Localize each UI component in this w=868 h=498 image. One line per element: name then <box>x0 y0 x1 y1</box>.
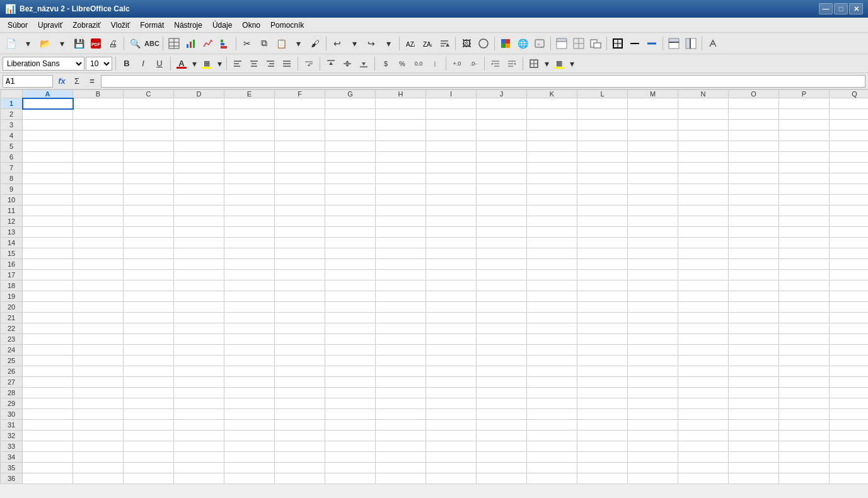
row-header-30[interactable]: 30 <box>1 409 23 420</box>
line-style-button[interactable] <box>627 35 643 52</box>
cell-Q4[interactable] <box>830 130 869 141</box>
cell-H20[interactable] <box>376 302 426 313</box>
cell-A18[interactable] <box>23 281 73 291</box>
new-button[interactable]: 📄 <box>3 35 19 52</box>
cell-L29[interactable] <box>577 398 628 409</box>
cell-H2[interactable] <box>376 109 426 120</box>
row-header-32[interactable]: 32 <box>1 431 23 441</box>
cell-F25[interactable] <box>275 356 325 366</box>
new-dropdown-button[interactable]: ▾ <box>20 35 36 52</box>
pdf-button[interactable]: PDF <box>88 35 104 52</box>
format-brush-button[interactable]: 🖌 <box>307 35 323 52</box>
cell-M27[interactable] <box>628 377 678 388</box>
cell-G23[interactable] <box>325 334 376 345</box>
row-header-35[interactable]: 35 <box>1 463 23 473</box>
cell-N20[interactable] <box>678 302 729 313</box>
spellcheck-button[interactable]: ABC <box>144 35 160 52</box>
cell-G6[interactable] <box>325 152 376 163</box>
minimize-button[interactable]: — <box>819 3 833 14</box>
cell-Q27[interactable] <box>830 377 869 388</box>
menu-item-nstroje[interactable]: Nástroje <box>169 20 207 31</box>
cell-L36[interactable] <box>577 473 628 484</box>
cell-M25[interactable] <box>628 356 678 366</box>
cell-Q7[interactable] <box>830 163 869 173</box>
cell-H28[interactable] <box>376 388 426 398</box>
unfreeze-rows-button[interactable] <box>683 35 699 52</box>
grid-scroll[interactable]: ABCDEFGHIJKLMNOPQ 1234567891011121314151… <box>0 90 868 498</box>
cell-O30[interactable] <box>729 409 779 420</box>
cell-F22[interactable] <box>275 323 325 334</box>
cell-I26[interactable] <box>426 366 477 377</box>
cell-H30[interactable] <box>376 409 426 420</box>
menu-item-pomocnk[interactable]: Pomocník <box>265 20 309 31</box>
cell-P11[interactable] <box>779 206 830 216</box>
cell-O14[interactable] <box>729 238 779 248</box>
cell-Q22[interactable] <box>830 323 869 334</box>
cell-D14[interactable] <box>174 238 224 248</box>
cell-D17[interactable] <box>174 270 224 281</box>
cell-L2[interactable] <box>577 109 628 120</box>
cell-C28[interactable] <box>124 388 174 398</box>
cell-B35[interactable] <box>73 463 124 473</box>
cell-P9[interactable] <box>779 184 830 195</box>
cell-E32[interactable] <box>224 431 275 441</box>
cell-G35[interactable] <box>325 463 376 473</box>
cell-G32[interactable] <box>325 431 376 441</box>
cell-K19[interactable] <box>527 291 577 302</box>
cell-P14[interactable] <box>779 238 830 248</box>
cell-K28[interactable] <box>527 388 577 398</box>
cell-N8[interactable] <box>678 173 729 184</box>
cell-O16[interactable] <box>729 259 779 270</box>
cell-P27[interactable] <box>779 377 830 388</box>
cell-J26[interactable] <box>477 366 527 377</box>
cell-F21[interactable] <box>275 313 325 323</box>
cell-N11[interactable] <box>678 206 729 216</box>
cell-L31[interactable] <box>577 420 628 431</box>
cell-L9[interactable] <box>577 184 628 195</box>
equals-icon[interactable]: = <box>86 75 98 88</box>
cell-I15[interactable] <box>426 248 477 259</box>
cell-J11[interactable] <box>477 206 527 216</box>
cell-H4[interactable] <box>376 130 426 141</box>
cell-B6[interactable] <box>73 152 124 163</box>
cell-M24[interactable] <box>628 345 678 356</box>
cell-G11[interactable] <box>325 206 376 216</box>
row-header-12[interactable]: 12 <box>1 216 23 227</box>
cell-L11[interactable] <box>577 206 628 216</box>
cell-C20[interactable] <box>124 302 174 313</box>
cell-L3[interactable] <box>577 120 628 130</box>
cell-M31[interactable] <box>628 420 678 431</box>
row-header-17[interactable]: 17 <box>1 270 23 281</box>
cell-H21[interactable] <box>376 313 426 323</box>
cell-N6[interactable] <box>678 152 729 163</box>
bg-color-button[interactable]: ▩ <box>552 56 567 71</box>
cell-H11[interactable] <box>376 206 426 216</box>
cell-M18[interactable] <box>628 281 678 291</box>
cell-L28[interactable] <box>577 388 628 398</box>
cell-Q10[interactable] <box>830 195 869 206</box>
cell-B8[interactable] <box>73 173 124 184</box>
cell-K7[interactable] <box>527 163 577 173</box>
currency-button[interactable]: $ <box>378 56 393 71</box>
basic-ide-button[interactable]: >_ <box>531 35 548 52</box>
cell-A9[interactable] <box>23 184 73 195</box>
cell-P15[interactable] <box>779 248 830 259</box>
cell-O28[interactable] <box>729 388 779 398</box>
cell-K10[interactable] <box>527 195 577 206</box>
row-header-23[interactable]: 23 <box>1 334 23 345</box>
cell-O7[interactable] <box>729 163 779 173</box>
cell-K2[interactable] <box>527 109 577 120</box>
cell-I33[interactable] <box>426 441 477 452</box>
cell-I9[interactable] <box>426 184 477 195</box>
cell-I5[interactable] <box>426 141 477 152</box>
col-header-E[interactable]: E <box>224 90 275 98</box>
cell-P7[interactable] <box>779 163 830 173</box>
cell-M28[interactable] <box>628 388 678 398</box>
cell-K16[interactable] <box>527 259 577 270</box>
cell-F6[interactable] <box>275 152 325 163</box>
cell-I1[interactable] <box>426 98 477 109</box>
cut-button[interactable]: ✂ <box>239 35 255 52</box>
menu-item-zobrazi[interactable]: Zobraziť <box>67 20 106 31</box>
cell-E11[interactable] <box>224 206 275 216</box>
cell-K32[interactable] <box>527 431 577 441</box>
